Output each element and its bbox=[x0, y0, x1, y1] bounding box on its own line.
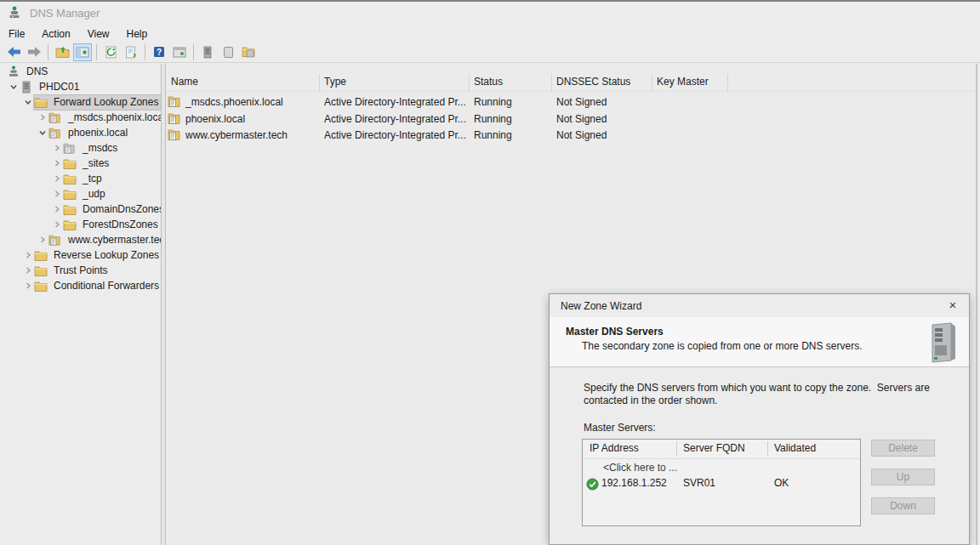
chevron-down-icon[interactable] bbox=[22, 96, 34, 108]
toolbar-separator bbox=[48, 44, 48, 60]
back-button[interactable] bbox=[4, 43, 23, 61]
svg-text:?: ? bbox=[157, 48, 162, 57]
down-button[interactable]: Down bbox=[871, 497, 935, 514]
ms-placeholder-row[interactable]: <Click here to ... bbox=[583, 462, 860, 477]
cell-type: Active Directory-Integrated Pr... bbox=[324, 111, 469, 128]
instruction-text: Specify the DNS servers from which you w… bbox=[584, 382, 941, 407]
tree-item-forward-lookup-zones[interactable]: Forward Lookup Zones bbox=[0, 94, 161, 110]
tree-item-phdc01[interactable]: PHDC01 bbox=[0, 79, 161, 94]
delete-button[interactable]: Delete bbox=[871, 440, 935, 457]
chevron-right-icon[interactable] bbox=[51, 173, 63, 185]
menu-action[interactable]: Action bbox=[33, 27, 78, 41]
column-header-dnssec-status[interactable]: DNSSEC Status bbox=[551, 73, 652, 92]
tree-item-body: Forward Lookup Zones bbox=[34, 95, 161, 110]
properties-window-button[interactable] bbox=[170, 43, 189, 61]
menu-view[interactable]: View bbox=[79, 27, 118, 41]
list-header: NameTypeStatusDNSSEC StatusKey Master bbox=[166, 73, 976, 92]
cell-dnssec-status: Not Signed bbox=[556, 94, 652, 111]
tree-item-trust-points[interactable]: Trust Points bbox=[0, 263, 161, 278]
tree-item-domaindnszones[interactable]: DomainDnsZones bbox=[0, 202, 161, 217]
chevron-right-icon[interactable] bbox=[22, 264, 34, 276]
chevron-right-icon[interactable] bbox=[51, 142, 63, 154]
cell-name: www.cybermaster.tech bbox=[168, 128, 316, 144]
help-button[interactable]: ? bbox=[150, 43, 168, 61]
tree-item-label: ForestDnsZones bbox=[80, 219, 161, 230]
zonedim-icon bbox=[63, 142, 77, 154]
refresh-button[interactable] bbox=[101, 43, 120, 61]
tree-item-tcp[interactable]: _tcp bbox=[0, 171, 161, 186]
tree-item-msdcs[interactable]: _msdcs bbox=[0, 140, 161, 156]
tree-item-body: DomainDnsZones bbox=[63, 202, 161, 217]
column-separator[interactable] bbox=[727, 74, 728, 91]
zone-row-www-cybermaster-tech[interactable]: www.cybermaster.techActive Directory-Int… bbox=[166, 128, 976, 144]
chevron-right-icon[interactable] bbox=[37, 111, 48, 123]
ms-server-fqdn: SVR01 bbox=[683, 477, 715, 489]
chevron-right-icon[interactable] bbox=[37, 234, 48, 246]
validated-check-icon bbox=[586, 478, 599, 491]
cell-key-master bbox=[657, 128, 727, 144]
up-button[interactable]: Up bbox=[871, 468, 935, 485]
zone-row-msdcs-phoenix-local[interactable]: _msdcs.phoenix.localActive Directory-Int… bbox=[166, 94, 976, 111]
show-console-tree-button[interactable] bbox=[73, 43, 92, 61]
cell-status: Running bbox=[474, 94, 551, 111]
close-icon[interactable]: × bbox=[943, 297, 962, 314]
tree-item-phoenix-local[interactable]: phoenix.local bbox=[0, 125, 161, 140]
chevron-right-icon[interactable] bbox=[22, 280, 34, 292]
column-header-type[interactable]: Type bbox=[319, 73, 469, 92]
column-header-name[interactable]: Name bbox=[166, 73, 319, 92]
tree-item-label: _msdcs.phoenix.local bbox=[66, 111, 161, 123]
tree-item-label: phoenix.local bbox=[66, 127, 130, 139]
column-header-key-master[interactable]: Key Master bbox=[652, 73, 727, 92]
zone-name: www.cybermaster.tech bbox=[185, 129, 288, 141]
ms-server-row[interactable]: 192.168.1.252SVR01OK bbox=[583, 477, 860, 492]
tree-item-udp[interactable]: _udp bbox=[0, 186, 161, 202]
master-servers-table[interactable]: IP AddressServer FQDNValidated<Click her… bbox=[582, 439, 861, 526]
forward-icon bbox=[27, 46, 42, 58]
chevron-down-icon[interactable] bbox=[37, 127, 48, 139]
zone-icon bbox=[48, 234, 62, 246]
server-button[interactable] bbox=[198, 43, 217, 61]
export-list-icon bbox=[125, 46, 138, 59]
console-tree-pane[interactable]: DNSPHDC01Forward Lookup Zones_msdcs.phoe… bbox=[0, 64, 161, 545]
tree-item-dns[interactable]: DNS bbox=[0, 64, 161, 79]
tree-item-www-cybermaster-tech[interactable]: www.cybermaster.tech bbox=[0, 232, 161, 247]
panel-button[interactable] bbox=[219, 43, 237, 61]
cell-dnssec-status: Not Signed bbox=[556, 111, 652, 128]
up-level-icon bbox=[55, 46, 70, 58]
chevron-right-icon[interactable] bbox=[51, 188, 63, 200]
menu-file[interactable]: File bbox=[0, 27, 33, 41]
export-list-button[interactable] bbox=[122, 43, 140, 61]
new-zone-folder-button[interactable]: "> bbox=[239, 43, 258, 61]
tree-item-label: Forward Lookup Zones bbox=[51, 96, 161, 108]
chevron-right-icon[interactable] bbox=[22, 249, 34, 261]
chevron-right-icon[interactable] bbox=[51, 203, 63, 215]
tree-item-label: Conditional Forwarders bbox=[51, 280, 161, 292]
zone-row-phoenix-local[interactable]: phoenix.localActive Directory-Integrated… bbox=[166, 111, 976, 128]
dialog-title-bar[interactable]: New Zone Wizard × bbox=[550, 294, 969, 317]
ms-validated: OK bbox=[774, 477, 789, 489]
up-level-button[interactable] bbox=[53, 43, 71, 61]
forward-button[interactable] bbox=[25, 43, 43, 61]
folder-icon bbox=[63, 203, 77, 215]
zone-name: phoenix.local bbox=[185, 113, 245, 125]
folder-icon bbox=[63, 219, 77, 230]
cell-status: Running bbox=[474, 128, 551, 144]
chevron-right-icon[interactable] bbox=[51, 219, 63, 230]
ms-column-validated[interactable]: Validated bbox=[774, 442, 816, 454]
ms-column-server-fqdn[interactable]: Server FQDN bbox=[683, 442, 745, 454]
ms-column-ip-address[interactable]: IP Address bbox=[590, 442, 639, 454]
cell-type: Active Directory-Integrated Pr... bbox=[324, 94, 469, 111]
tree-item-body: _msdcs.phoenix.local bbox=[48, 111, 161, 125]
chevron-down-icon[interactable] bbox=[8, 81, 20, 93]
chevron-right-icon[interactable] bbox=[51, 157, 63, 169]
tree-item-msdcs-phoenix-local[interactable]: _msdcs.phoenix.local bbox=[0, 110, 161, 125]
tree-item-conditional-forwarders[interactable]: Conditional Forwarders bbox=[0, 278, 161, 293]
column-header-status[interactable]: Status bbox=[469, 73, 551, 92]
dns-manager-app-icon bbox=[8, 6, 21, 20]
tree-item-label: _tcp bbox=[80, 173, 105, 185]
tree-item-forestdnszones[interactable]: ForestDnsZones bbox=[0, 217, 161, 232]
ms-placeholder-text[interactable]: <Click here to ... bbox=[603, 462, 677, 474]
tree-item-reverse-lookup-zones[interactable]: Reverse Lookup Zones bbox=[0, 247, 161, 263]
tree-item-sites[interactable]: _sites bbox=[0, 156, 161, 171]
menu-help[interactable]: Help bbox=[118, 27, 157, 41]
